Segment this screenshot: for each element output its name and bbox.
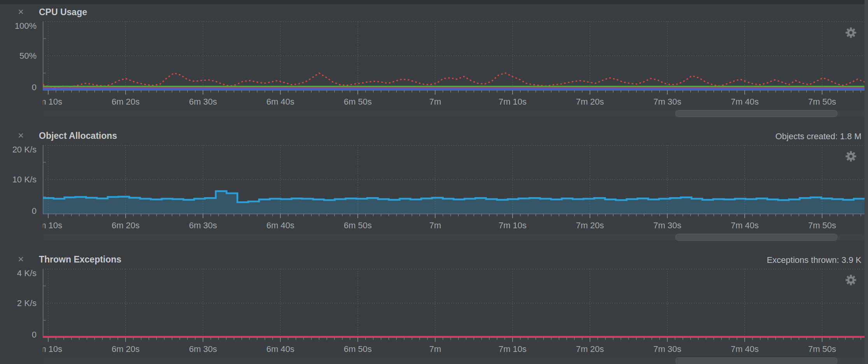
scrollbar-thumb[interactable] [676, 357, 837, 364]
x-tick-label: 6m 50s [344, 220, 372, 231]
close-icon[interactable]: × [18, 130, 24, 141]
scrollbar-thumb[interactable] [676, 110, 837, 117]
vertical-scrollbar[interactable] [864, 0, 868, 364]
cpu-usage-chart[interactable] [43, 21, 864, 96]
close-icon[interactable]: × [18, 254, 24, 264]
x-tick-label: 7m 20s [576, 97, 604, 107]
horizontal-scrollbar[interactable] [44, 358, 864, 364]
x-tick-label: 7m 40s [731, 97, 759, 107]
settings-gear-icon[interactable] [845, 274, 857, 286]
y-tick-label: 0 [32, 82, 37, 93]
y-axis-labels: 4 K/s2 K/s0 [0, 269, 43, 338]
y-axis-labels: 100%50%0 [0, 21, 43, 90]
x-tick-label: 6m 40s [266, 220, 294, 231]
thrown-exceptions-panel: × Thrown Exceptions Exceptions thrown: 3… [0, 251, 864, 364]
settings-gear-icon[interactable] [845, 150, 857, 162]
x-tick-label: 6m 40s [266, 97, 294, 107]
x-tick-label: 7m 50s [808, 344, 836, 354]
y-axis-labels: 20 K/s10 K/s0 [0, 145, 43, 214]
panel-title: CPU Usage [39, 7, 87, 18]
y-tick-label: 4 K/s [17, 268, 37, 278]
x-tick-label: 7m 40s [731, 220, 759, 231]
chart-row: 100%50%0 [0, 21, 864, 96]
x-tick-label: 6m 30s [189, 344, 217, 354]
chart-canvas [43, 145, 864, 219]
y-tick-label: 0 [32, 206, 37, 216]
x-tick-label: 7m 20s [576, 220, 604, 231]
x-tick-label: 6m 20s [112, 344, 140, 354]
y-tick-label: 10 K/s [12, 175, 37, 185]
chart-row: 4 K/s2 K/s0 [0, 269, 864, 343]
x-tick-label: 7m 10s [499, 220, 527, 231]
x-tick-label: 7m [429, 97, 441, 107]
x-tick-label: 6m 10s [43, 220, 62, 231]
x-tick-label: 7m 50s [808, 97, 836, 107]
x-tick-label: 6m 20s [112, 220, 140, 231]
chart-canvas [43, 269, 864, 343]
x-axis-labels: 6m 10s6m 20s6m 30s6m 40s6m 50s7m7m 10s7m… [43, 220, 864, 231]
x-tick-label: 7m 10s [499, 344, 527, 354]
close-icon[interactable]: × [18, 6, 24, 17]
panel-summary-text: Exceptions thrown: 3.9 K [767, 255, 861, 265]
cpu-usage-panel: × CPU Usage 100%50%0 6m 10s6m 20s6m 30s6… [0, 4, 864, 124]
x-axis-labels: 6m 10s6m 20s6m 30s6m 40s6m 50s7m7m 10s7m… [43, 96, 864, 107]
thrown-exceptions-chart[interactable] [43, 269, 864, 343]
x-tick-label: 6m 10s [43, 344, 62, 354]
x-tick-label: 7m 30s [653, 97, 681, 107]
x-tick-label: 6m 30s [189, 97, 217, 107]
panel-header: × CPU Usage [0, 4, 864, 21]
x-tick-label: 6m 30s [189, 220, 217, 231]
y-tick-label: 2 K/s [17, 298, 37, 308]
settings-gear-icon[interactable] [845, 27, 857, 38]
x-tick-label: 7m 30s [653, 344, 681, 354]
y-tick-label: 50% [19, 51, 37, 61]
cpu-usage-dotted [43, 73, 864, 88]
scrollbar-thumb[interactable] [676, 234, 837, 241]
object-allocations-panel: × Object Allocations Objects created: 1.… [0, 128, 864, 247]
chart-row: 20 K/s10 K/s0 [0, 145, 864, 219]
y-tick-label: 20 K/s [12, 145, 37, 155]
x-tick-label: 7m 20s [576, 344, 604, 354]
x-tick-label: 6m 10s [43, 97, 62, 107]
x-tick-label: 7m 40s [731, 344, 759, 354]
panel-summary-text: Objects created: 1.8 M [775, 131, 861, 142]
x-tick-label: 6m 40s [266, 344, 294, 354]
y-tick-label: 100% [15, 21, 37, 31]
y-tick-label: 0 [32, 330, 37, 340]
horizontal-scrollbar[interactable] [44, 234, 864, 240]
chart-canvas [43, 21, 864, 96]
x-tick-label: 7m 50s [808, 220, 836, 231]
x-tick-label: 7m 30s [653, 220, 681, 231]
x-tick-label: 7m [429, 220, 441, 231]
object-allocations-step-area-fill [43, 191, 864, 214]
panel-header: × Object Allocations Objects created: 1.… [0, 128, 864, 145]
panel-title: Thrown Exceptions [39, 254, 121, 265]
panel-title: Object Allocations [39, 131, 117, 141]
x-tick-label: 6m 50s [344, 97, 372, 107]
horizontal-scrollbar[interactable] [44, 110, 864, 117]
x-tick-label: 6m 50s [344, 344, 372, 354]
panel-header: × Thrown Exceptions Exceptions thrown: 3… [0, 251, 864, 268]
x-tick-label: 7m 10s [499, 97, 527, 107]
x-axis-labels: 6m 10s6m 20s6m 30s6m 40s6m 50s7m7m 10s7m… [43, 344, 864, 355]
x-tick-label: 6m 20s [112, 97, 140, 107]
object-allocations-chart[interactable] [43, 145, 864, 219]
x-tick-label: 7m [429, 344, 441, 354]
